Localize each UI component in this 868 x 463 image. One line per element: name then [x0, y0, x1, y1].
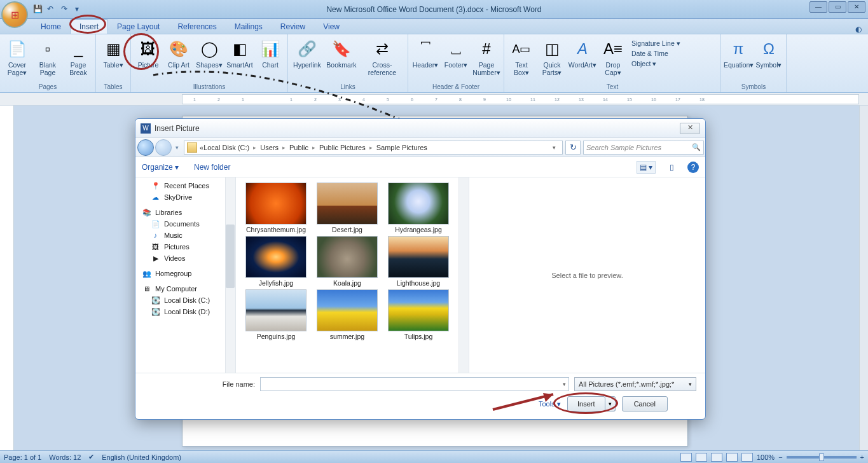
- page-number-button[interactable]: #Page Number▾: [472, 36, 501, 78]
- thumb-penguins[interactable]: Penguins.jpg: [242, 289, 310, 340]
- crumb-0[interactable]: Local Disk (C:): [203, 144, 249, 151]
- horizontal-ruler[interactable]: 121123456789101112131415161718: [182, 94, 859, 104]
- shapes-button[interactable]: ◯Shapes▾: [195, 36, 224, 70]
- sidebar-pictures[interactable]: 🖼Pictures: [135, 241, 235, 252]
- refresh-button[interactable]: ↻: [565, 141, 581, 155]
- vertical-scrollbar[interactable]: [859, 106, 868, 450]
- insert-dropdown-button[interactable]: ▾: [605, 396, 616, 411]
- cross-reference-button[interactable]: ⇄Cross-reference: [359, 36, 405, 78]
- sidebar-scrollbar[interactable]: [225, 177, 235, 373]
- equation-button[interactable]: πEquation▾: [724, 36, 753, 70]
- organize-button[interactable]: Organize ▾: [142, 163, 179, 172]
- close-button[interactable]: ✕: [848, 1, 865, 13]
- tab-mailings[interactable]: Mailings: [226, 20, 272, 34]
- nav-history-dropdown[interactable]: ▾: [172, 144, 181, 151]
- sidebar-documents[interactable]: 📄Documents: [135, 218, 235, 230]
- signature-line-button[interactable]: Signature Line ▾: [629, 38, 718, 48]
- crumb-1[interactable]: Users: [260, 144, 279, 151]
- cover-page-button[interactable]: 📄Cover Page▾: [3, 36, 32, 78]
- crumb-2[interactable]: Public: [289, 144, 308, 151]
- redo-icon[interactable]: ↷: [61, 4, 71, 15]
- status-words[interactable]: Words: 12: [49, 453, 81, 461]
- sidebar-libraries[interactable]: 📚Libraries: [135, 207, 235, 218]
- table-button[interactable]: ▦Table▾: [99, 36, 128, 70]
- file-pane-scrollbar[interactable]: [458, 177, 469, 373]
- zoom-slider[interactable]: [787, 456, 857, 459]
- nav-forward-button[interactable]: [155, 139, 172, 156]
- bookmark-button[interactable]: 🔖Bookmark: [325, 36, 358, 70]
- search-input[interactable]: Search Sample Pictures 🔍: [583, 141, 704, 155]
- view-web-layout-button[interactable]: [711, 453, 722, 462]
- sidebar-skydrive[interactable]: ☁SkyDrive: [135, 191, 235, 203]
- view-full-screen-button[interactable]: [696, 453, 707, 462]
- tools-dropdown[interactable]: Tools ▾: [539, 400, 561, 408]
- text-box-button[interactable]: A▭Text Box▾: [507, 36, 536, 78]
- dialog-close-button[interactable]: ✕: [680, 123, 700, 134]
- sidebar-music[interactable]: ♪Music: [135, 230, 235, 241]
- insert-button[interactable]: Insert: [567, 396, 605, 411]
- office-button[interactable]: ⊞: [1, 1, 28, 28]
- new-folder-button[interactable]: New folder: [194, 163, 230, 172]
- tab-references[interactable]: References: [169, 20, 225, 34]
- sidebar-recent-places[interactable]: 📍Recent Places: [135, 180, 235, 191]
- sidebar-homegroup[interactable]: 👥Homegroup: [135, 268, 235, 279]
- smartart-button[interactable]: ◧SmartArt: [225, 36, 254, 70]
- thumb-chrysanthemum[interactable]: Chrysanthemum.jpg: [242, 183, 310, 233]
- sidebar-local-disk-c[interactable]: 💽Local Disk (C:): [135, 294, 235, 306]
- tab-view[interactable]: View: [314, 20, 348, 34]
- tab-home[interactable]: Home: [32, 20, 70, 34]
- qat-dropdown-icon[interactable]: ▾: [75, 4, 85, 15]
- view-outline-button[interactable]: [726, 453, 738, 462]
- view-draft-button[interactable]: [741, 453, 753, 462]
- file-type-filter[interactable]: All Pictures (*.emf;*.wmf;*.jpg;*▾: [574, 377, 696, 391]
- undo-icon[interactable]: ↶: [47, 4, 57, 15]
- footer-button[interactable]: ⎵Footer▾: [441, 36, 471, 70]
- breadcrumb-bar[interactable]: « Local Disk (C:)▸ Users▸ Public▸ Public…: [184, 141, 563, 155]
- crumb-3[interactable]: Public Pictures: [319, 144, 366, 151]
- view-print-layout-button[interactable]: [680, 453, 692, 462]
- dialog-help-button[interactable]: ?: [687, 162, 699, 173]
- clip-art-button[interactable]: 🎨Clip Art: [164, 36, 193, 70]
- zoom-level[interactable]: 100%: [757, 453, 775, 461]
- hyperlink-button[interactable]: 🔗Hyperlink: [291, 36, 324, 70]
- filename-input[interactable]: ▾: [260, 377, 569, 391]
- thumb-jellyfish[interactable]: Jellyfish.jpg: [242, 236, 310, 287]
- crumb-4[interactable]: Sample Pictures: [376, 144, 427, 151]
- status-page[interactable]: Page: 1 of 1: [4, 453, 41, 461]
- cancel-button[interactable]: Cancel: [622, 396, 668, 411]
- wordart-button[interactable]: AWordArt▾: [568, 36, 597, 70]
- drop-cap-button[interactable]: A≡Drop Cap▾: [598, 36, 628, 78]
- zoom-in-button[interactable]: +: [860, 453, 864, 461]
- chart-button[interactable]: 📊Chart: [256, 36, 285, 70]
- status-proofing-icon[interactable]: ✔: [88, 453, 94, 461]
- maximize-button[interactable]: ▭: [829, 1, 846, 13]
- crumb-dropdown-icon[interactable]: ▾: [549, 144, 560, 151]
- help-icon[interactable]: ◐: [855, 25, 862, 34]
- sidebar-my-computer[interactable]: 🖥My Computer: [135, 283, 235, 294]
- minimize-button[interactable]: —: [809, 1, 827, 13]
- date-time-button[interactable]: Date & Time: [629, 48, 718, 59]
- preview-pane-button[interactable]: ▯: [662, 161, 681, 174]
- object-button[interactable]: Object ▾: [629, 59, 718, 69]
- header-button[interactable]: ⎴Header▾: [411, 36, 440, 70]
- thumb-hydrangeas[interactable]: Hydrangeas.jpg: [385, 183, 452, 233]
- quick-parts-button[interactable]: ◫Quick Parts▾: [537, 36, 567, 78]
- view-mode-button[interactable]: ▤ ▾: [637, 161, 656, 174]
- thumb-summer[interactable]: summer.jpg: [313, 289, 381, 340]
- thumb-koala[interactable]: Koala.jpg: [313, 236, 381, 287]
- blank-page-button[interactable]: ▫Blank Page: [33, 36, 62, 78]
- status-language[interactable]: English (United Kingdom): [102, 453, 181, 461]
- thumb-lighthouse[interactable]: Lighthouse.jpg: [385, 236, 452, 287]
- vertical-ruler[interactable]: [0, 106, 14, 450]
- save-icon[interactable]: 💾: [33, 4, 43, 15]
- tab-page-layout[interactable]: Page Layout: [108, 20, 169, 34]
- zoom-out-button[interactable]: −: [778, 453, 782, 461]
- thumb-desert[interactable]: Desert.jpg: [313, 183, 381, 233]
- thumb-tulips[interactable]: Tulips.jpg: [385, 289, 452, 340]
- tab-review[interactable]: Review: [272, 20, 314, 34]
- picture-button[interactable]: 🖼Picture: [134, 36, 163, 70]
- sidebar-local-disk-d[interactable]: 💽Local Disk (D:): [135, 306, 235, 317]
- nav-back-button[interactable]: [137, 139, 154, 156]
- sidebar-videos[interactable]: ▶Videos: [135, 252, 235, 264]
- page-break-button[interactable]: ⎯Page Break: [64, 36, 93, 78]
